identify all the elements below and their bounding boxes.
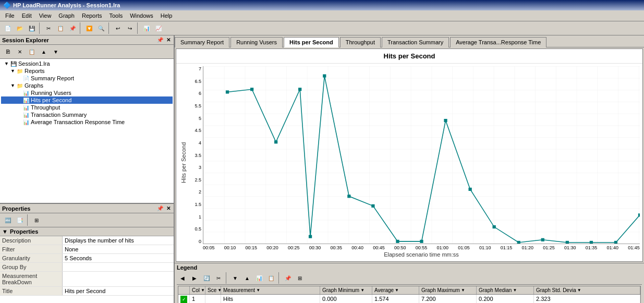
toolbar-cut[interactable]: ✂ <box>43 22 54 34</box>
menu-item-tools[interactable]: Tools <box>106 11 126 20</box>
props-sep <box>27 214 29 226</box>
properties-pin-icon[interactable]: 📌 <box>156 205 164 212</box>
chart-svg <box>203 66 640 244</box>
th-graph-max-arrow: ▼ <box>461 288 465 293</box>
x-tick-0015: 00:15 <box>246 245 258 250</box>
tree-root[interactable]: ▼ 💾 Session1.lra <box>1 60 173 67</box>
y-tick-7: 7 <box>188 66 201 71</box>
legend-sep <box>226 272 228 284</box>
toolbar-graph[interactable]: 📈 <box>153 22 164 34</box>
legend-btn-9[interactable]: 📌 <box>282 272 294 284</box>
menu-item-help[interactable]: Help <box>157 11 176 20</box>
toolbar-search[interactable]: 🔍 <box>95 22 107 34</box>
explorer-new[interactable]: 🖹 <box>2 46 14 57</box>
tab-throughput[interactable]: Throughput <box>340 37 381 47</box>
th-graph-min[interactable]: Graph Minimum ▼ <box>320 286 372 294</box>
prop-name-breakdown: Measurement BreakDown <box>0 272 63 286</box>
legend-btn-5[interactable]: ▼ <box>229 272 241 284</box>
tab-running-vusers[interactable]: Running Vusers <box>230 37 283 47</box>
toolbar-save[interactable]: 💾 <box>26 22 38 34</box>
x-tick-0035: 00:35 <box>331 245 343 250</box>
tree-root-toggle[interactable]: ▼ <box>4 61 10 66</box>
tab-summary-report[interactable]: Summary Report <box>175 37 229 47</box>
td-checkbox[interactable]: ✓ <box>178 295 190 303</box>
tree-reports-icon: 📁 <box>17 68 23 74</box>
props-sort-alpha[interactable]: 🔤 <box>2 214 14 226</box>
svg-rect-21 <box>590 241 593 244</box>
tab-bar: Summary Report Running Vusers Hits per S… <box>175 35 644 47</box>
tree-reports[interactable]: ▼ 📁 Reports <box>1 67 173 75</box>
tree-graphs-toggle[interactable]: ▼ <box>10 83 17 88</box>
legend-btn-10[interactable]: ⊞ <box>294 272 306 284</box>
properties-grid: ▼ Properties Description Displays the nu… <box>0 227 174 303</box>
chart-container: Hits per Second Hits per Second 0 0.5 1 … <box>176 49 643 262</box>
x-tick-0140: 01:40 <box>607 245 619 250</box>
props-sort-cat[interactable]: 📑 <box>14 214 26 226</box>
y-tick-3.5: 3.5 <box>188 153 201 158</box>
menu-item-windows[interactable]: Windows <box>127 11 156 20</box>
explorer-up[interactable]: ▲ <box>38 46 50 57</box>
y-tick-4.5: 4.5 <box>188 128 201 133</box>
legend-btn-4[interactable]: ✂ <box>213 272 224 284</box>
tab-hits-per-second[interactable]: Hits per Second <box>284 37 339 47</box>
toolbar-filter[interactable]: 🔽 <box>83 22 95 34</box>
tab-transaction-summary[interactable]: Transaction Summary <box>382 37 449 47</box>
tree-avg-response-time[interactable]: 📊 Average Transaction Response Time <box>1 118 173 126</box>
th-graph-median[interactable]: Graph Median ▼ <box>477 286 534 294</box>
explorer-delete[interactable]: ✕ <box>14 46 26 57</box>
prop-value-title: Hits per Second <box>63 287 174 295</box>
tree-transaction-summary[interactable]: 📊 Transaction Summary <box>1 111 173 118</box>
toolbar-report[interactable]: 📊 <box>141 22 152 34</box>
svg-rect-10 <box>323 74 326 77</box>
svg-rect-14 <box>420 240 423 243</box>
toolbar-open[interactable]: 📂 <box>14 22 26 34</box>
menu-item-graph[interactable]: Graph <box>55 11 78 20</box>
menu-item-edit[interactable]: Edit <box>19 11 35 20</box>
tree-summary-report-label: Summary Report <box>31 75 74 81</box>
tree-reports-toggle[interactable]: ▼ <box>10 68 17 74</box>
legend-btn-7[interactable]: 📊 <box>253 272 265 284</box>
toolbar-copy[interactable]: 📋 <box>55 22 66 34</box>
properties-panel: Properties 📌 ✕ 🔤 📑 ⊞ ▼ Properties Descri… <box>0 203 174 303</box>
th-sce[interactable]: Sce ▼ <box>205 286 221 294</box>
properties-title: Properties <box>2 205 30 212</box>
tree-hits-per-second[interactable]: 📊 Hits per Second <box>1 96 173 104</box>
th-measurement-label: Measurement <box>223 287 255 293</box>
menu-item-reports[interactable]: Reports <box>79 11 105 20</box>
legend-btn-2[interactable]: ▶ <box>189 272 200 284</box>
legend-btn-8[interactable]: 📋 <box>265 272 277 284</box>
table-row: ✓ 1 Hits 0.000 1.574 7.200 0.200 2.323 <box>178 295 640 303</box>
x-tick-0105: 01:05 <box>458 245 470 250</box>
legend-btn-3[interactable]: 🔄 <box>201 272 212 284</box>
th-col[interactable]: Col ▼ <box>190 286 205 294</box>
tree-running-vusers[interactable]: 📊 Running Vusers <box>1 89 173 96</box>
props-grid[interactable]: ⊞ <box>31 214 42 226</box>
session-explorer-header: Session Explorer 📌 ✕ <box>0 35 174 45</box>
th-graph-std-arrow: ▼ <box>577 288 581 293</box>
th-average[interactable]: Average ▼ <box>372 286 419 294</box>
legend-btn-6[interactable]: ▲ <box>241 272 253 284</box>
th-col-label: Col <box>192 287 200 293</box>
properties-close-icon[interactable]: ✕ <box>165 205 172 212</box>
tree-summary-report[interactable]: 📄 Summary Report <box>1 75 173 82</box>
x-tick-0025: 00:25 <box>288 245 300 250</box>
legend-btn-1[interactable]: ◀ <box>177 272 188 284</box>
menu-item-file[interactable]: File <box>2 11 18 20</box>
explorer-down[interactable]: ▼ <box>50 46 62 57</box>
toolbar-undo[interactable]: ↩ <box>112 22 124 34</box>
tab-avg-response-time[interactable]: Average Transa...Response Time <box>450 37 546 47</box>
toolbar-paste[interactable]: 📌 <box>67 22 78 34</box>
toolbar-new[interactable]: 📄 <box>2 22 14 34</box>
close-icon[interactable]: ✕ <box>165 37 172 43</box>
tree-graphs[interactable]: ▼ 📁 Graphs <box>1 82 173 89</box>
toolbar-sep-2 <box>80 22 82 34</box>
menu-item-view[interactable]: View <box>36 11 55 20</box>
th-graph-std[interactable]: Graph Std. Devia ▼ <box>534 286 640 294</box>
explorer-copy2[interactable]: 📋 <box>26 46 38 57</box>
x-tick-0045: 00:45 <box>373 245 385 250</box>
tree-throughput[interactable]: 📊 Throughput <box>1 104 173 111</box>
toolbar-redo[interactable]: ↪ <box>124 22 136 34</box>
th-measurement[interactable]: Measurement ▼ <box>221 286 320 294</box>
th-graph-max[interactable]: Graph Maximum ▼ <box>419 286 477 294</box>
pin-icon[interactable]: 📌 <box>156 37 164 43</box>
